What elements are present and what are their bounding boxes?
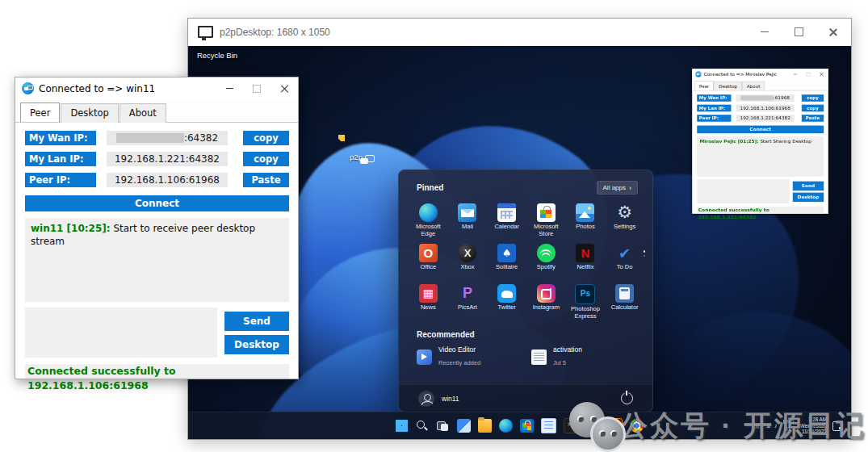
message-input[interactable]: [697, 179, 789, 203]
app-label: Twitter: [487, 304, 526, 312]
task-view-icon[interactable]: [436, 419, 450, 433]
start-icon[interactable]: [396, 420, 408, 432]
paste-button[interactable]: Paste: [243, 173, 289, 187]
tab-peer[interactable]: Peer: [694, 81, 714, 90]
start-app-twitter[interactable]: Twitter: [487, 282, 526, 322]
send-button[interactable]: Send: [224, 312, 289, 331]
all-apps-button[interactable]: All apps: [597, 181, 638, 195]
recommended-item-activation[interactable]: activation Jul 5: [531, 345, 646, 368]
recommended-item-video-editor[interactable]: Video Editor Recently added: [417, 345, 531, 368]
app-label: Calendar: [487, 224, 526, 231]
chevron-right-icon: [629, 184, 631, 192]
watermark: 公众号 · 开源日记: [569, 402, 866, 449]
start-app-photoshop-express[interactable]: Photoshop Express: [566, 282, 606, 322]
copy-wan-button[interactable]: copy: [243, 131, 289, 145]
p2p-app-icon: [22, 82, 34, 94]
remote-titlebar[interactable]: Connected to => Miroslav Pejic: [692, 69, 828, 79]
close-button[interactable]: [815, 69, 828, 79]
store-icon[interactable]: [520, 419, 534, 433]
tab-desktop[interactable]: Desktop: [61, 103, 118, 123]
main-titlebar[interactable]: Connected to => win11: [15, 77, 298, 99]
picsart-icon: [458, 284, 476, 303]
close-icon: [828, 27, 837, 36]
message-input[interactable]: [25, 308, 217, 358]
file-explorer-icon[interactable]: [478, 419, 492, 433]
widgets-icon[interactable]: [457, 419, 471, 433]
copy-wan-button[interactable]: copy: [802, 94, 824, 102]
start-app-calculator[interactable]: Calculator: [605, 282, 644, 322]
start-app-news[interactable]: News: [409, 282, 448, 322]
start-app-mail[interactable]: Mail: [448, 201, 488, 241]
message-log: Miroslav Pejic [01:25]: Start Sharing De…: [697, 136, 824, 177]
app-label: To Do: [605, 264, 644, 271]
copy-lan-button[interactable]: copy: [243, 152, 289, 166]
maximize-button[interactable]: [782, 20, 816, 44]
twitter-icon: [497, 284, 516, 303]
start-app-to-do[interactable]: To Do: [605, 241, 644, 282]
viewer-titlebar[interactable]: p2pDesktop: 1680 x 1050: [188, 19, 851, 45]
maximize-button[interactable]: [243, 77, 270, 99]
peer-ip-value: 192.168.1.221:64382: [736, 115, 795, 122]
redacted-ip: [740, 96, 773, 101]
start-app-xbox[interactable]: Xbox: [448, 241, 488, 282]
notepad-icon[interactable]: [541, 418, 556, 433]
start-app-calendar[interactable]: Calendar: [487, 201, 526, 241]
app-label: PicsArt: [448, 304, 488, 312]
start-app-solitaire[interactable]: Solitaire: [487, 241, 526, 282]
start-app-netflix[interactable]: Netflix: [566, 241, 606, 282]
desktop-button[interactable]: Desktop: [793, 193, 824, 203]
minimize-button[interactable]: [216, 77, 243, 99]
app-label: Settings: [605, 224, 644, 231]
wechat-mascot-icon: [569, 402, 619, 449]
close-button[interactable]: [816, 20, 849, 44]
user-avatar[interactable]: [418, 391, 434, 407]
tab-about[interactable]: About: [742, 82, 765, 91]
start-app-microsoft-store[interactable]: Microsoft Store: [526, 201, 566, 241]
start-app-photos[interactable]: Photos: [566, 201, 606, 241]
start-menu: Pinned All apps Microsoft EdgeMailCalend…: [398, 170, 653, 412]
connect-button[interactable]: Connect: [697, 126, 824, 134]
tab-peer[interactable]: Peer: [20, 103, 60, 122]
wan-ip-value: :64382: [107, 131, 228, 145]
maximize-button[interactable]: [802, 69, 815, 79]
minimize-button[interactable]: [789, 69, 802, 79]
message-log: win11 [10:25]: Start to receive peer des…: [25, 218, 289, 302]
app-label: Mail: [448, 224, 488, 231]
log-sender: win11 [10:25]:: [31, 223, 111, 234]
app-label: Microsoft Store: [526, 224, 566, 237]
screen: p2pDesktop: 1680 x 1050 Recycle Bin: [0, 0, 868, 452]
desktop-icon-p2p[interactable]: p2p: [330, 151, 382, 161]
tab-about[interactable]: About: [120, 103, 166, 123]
app-label: Office: [409, 264, 448, 271]
tab-desktop[interactable]: Desktop: [715, 82, 742, 91]
start-app-office[interactable]: Office: [409, 241, 448, 282]
copy-lan-button[interactable]: copy: [802, 105, 824, 112]
monitor-icon: [198, 26, 213, 38]
send-button[interactable]: Send: [793, 182, 824, 191]
start-app-picsart[interactable]: PicsArt: [448, 282, 488, 322]
calendar-icon: [497, 203, 516, 222]
watermark-text: 公众号 · 开源日记: [619, 407, 866, 445]
desktop-button[interactable]: Desktop: [224, 335, 289, 354]
close-button[interactable]: [270, 77, 298, 99]
user-name[interactable]: win11: [442, 395, 459, 403]
start-app-microsoft-edge[interactable]: Microsoft Edge: [409, 201, 448, 241]
peer-ip-label: Peer IP:: [25, 173, 96, 187]
start-app-settings[interactable]: Settings: [605, 201, 644, 241]
search-icon[interactable]: [415, 419, 429, 433]
recommended-name: Video Editor: [438, 345, 480, 354]
peer-ip-label: Peer IP:: [697, 115, 731, 122]
desktop-icon-recycle-bin[interactable]: Recycle Bin: [191, 49, 243, 60]
xbox-icon: [458, 244, 476, 262]
minimize-button[interactable]: [748, 20, 782, 44]
connect-button[interactable]: Connect: [25, 195, 289, 211]
recommended-detail: Recently added: [438, 359, 480, 366]
paste-button[interactable]: Paste: [802, 115, 824, 122]
news-icon: [419, 284, 438, 303]
start-app-instagram[interactable]: Instagram: [526, 282, 566, 322]
app-label: Instagram: [526, 304, 566, 312]
edge-icon[interactable]: [499, 419, 513, 433]
redacted-ip: [116, 133, 184, 143]
start-app-spotify[interactable]: Spotify: [526, 241, 566, 282]
pinned-pagination-dots[interactable]: [644, 248, 646, 259]
